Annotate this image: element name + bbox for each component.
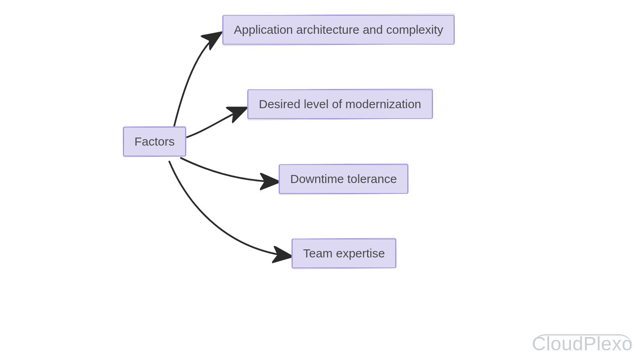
child-node-3: Team expertise (292, 239, 396, 268)
watermark-logo: CloudPlexo (532, 333, 633, 355)
edge-to-child-2 (180, 158, 277, 182)
child-node-2-label: Downtime tolerance (290, 172, 397, 186)
child-node-3-label: Team expertise (303, 247, 385, 260)
edge-to-child-3 (169, 161, 290, 256)
edge-to-child-1 (182, 109, 245, 139)
child-node-0: Application architecture and complexity (223, 15, 454, 45)
child-node-1: Desired level of modernization (248, 89, 433, 119)
root-node-label: Factors (134, 135, 175, 148)
root-node: Factors (123, 127, 186, 156)
child-node-0-label: Application architecture and complexity (234, 23, 443, 37)
child-node-2: Downtime tolerance (279, 164, 408, 194)
child-node-1-label: Desired level of modernization (259, 97, 421, 111)
watermark-arc-icon (532, 334, 633, 348)
edge-to-child-0 (173, 34, 219, 131)
